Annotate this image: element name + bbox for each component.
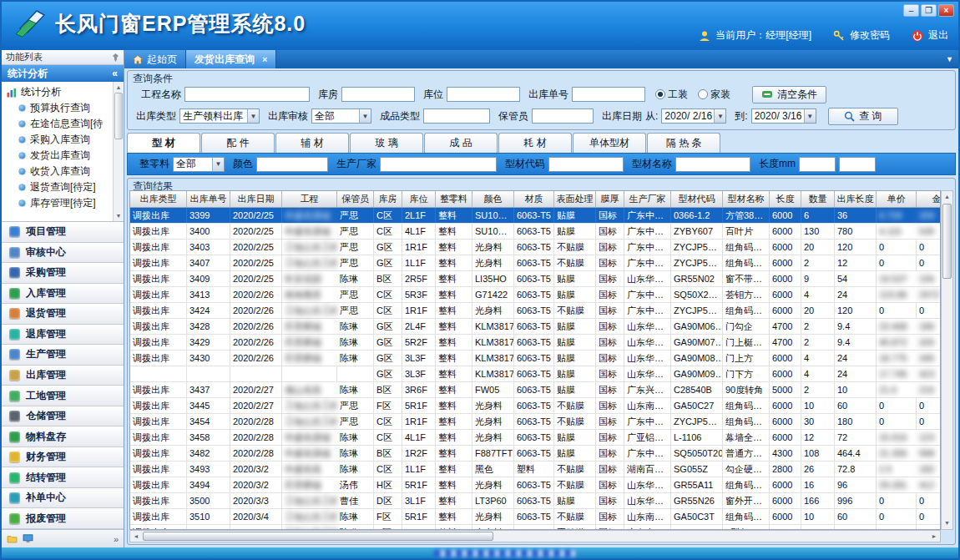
column-header[interactable]: 数量 — [801, 191, 835, 207]
table-row[interactable]: 调拨出库34032020/2/25工地公共工程严思G区1R1F整料光身料6063… — [130, 240, 941, 255]
radio-jiazhuang[interactable] — [698, 89, 708, 99]
column-header[interactable]: 出库日期 — [230, 191, 282, 207]
material-tab[interactable]: 辅 材 — [275, 133, 349, 153]
table-row[interactable]: 调拨出库34542020/2/28工地公共工程严思C区1R1F整料光身料6063… — [130, 414, 941, 430]
tab-shipment-outbound-query[interactable]: 发货出库查询 × — [186, 50, 276, 68]
table-row[interactable]: 调拨出库35002020/3/3工地公共工程曹佳D区3L1F整料LT3P6060… — [130, 493, 941, 509]
sidebar-menu-item[interactable]: 采购管理 — [2, 263, 124, 284]
table-row[interactable]: 调拨出库33992020/2/25华盛名源城严思C区2L1F整料SU10…606… — [130, 208, 941, 224]
change-password-link[interactable]: 修改密码 — [850, 28, 890, 43]
logout-link[interactable]: 退出 — [928, 28, 948, 43]
sidebar-menu-item[interactable]: 退库管理 — [2, 325, 124, 346]
sidebar-menu-item[interactable]: 工地管理 — [2, 386, 124, 406]
column-header[interactable]: 出库类型 — [130, 191, 187, 207]
table-row[interactable]: 调拨出库34932020/3/2华盛名苑陈琳C区1L1F整料黑色塑料不贴膜国标湖… — [130, 462, 941, 477]
length-max-input[interactable] — [839, 157, 876, 172]
profile-name-input[interactable] — [675, 157, 750, 172]
pin-icon[interactable] — [112, 53, 119, 62]
order-no-input[interactable] — [572, 87, 645, 102]
material-tab[interactable]: 隔 热 条 — [647, 133, 720, 153]
table-row[interactable]: 调拨出库34372020/2/27佛山名苑陈琳B区3R6F整料FW056063-… — [130, 382, 941, 398]
search-button[interactable]: 查 询 — [828, 108, 898, 125]
folder-icon[interactable] — [7, 534, 18, 543]
table-row[interactable]: 调拨出库34072020/2/25工地公共工程严思G区1L1F整料光身料6063… — [130, 255, 941, 271]
profile-code-input[interactable] — [548, 157, 624, 172]
column-header[interactable]: 库房 — [374, 191, 402, 207]
table-row[interactable]: 调拨出库34092020/2/25长安花园陈琳B区2R5F整料LI35HO606… — [130, 271, 941, 287]
tree-item[interactable]: 预算执行查询 — [7, 100, 124, 116]
column-header[interactable]: 表面处理 — [554, 191, 596, 207]
sidebar-menu-item[interactable]: 项目管理 — [2, 222, 124, 243]
column-header[interactable]: 型材名称 — [723, 191, 770, 207]
tree-root[interactable]: 统计分析 — [7, 84, 124, 100]
table-row[interactable]: 调拨出库34452020/2/27工地公共工程严思F区5R1F整料光身料6063… — [130, 398, 941, 414]
overflow-chevron-icon[interactable]: » — [114, 534, 119, 544]
column-header[interactable]: 颜色 — [472, 191, 514, 207]
length-min-input[interactable] — [799, 157, 836, 172]
tree-item[interactable]: 收货入库查询 — [7, 164, 124, 179]
computer-icon[interactable] — [23, 534, 33, 543]
sidebar-menu-item[interactable]: 仓储管理 — [2, 406, 124, 427]
tree-item[interactable]: 发货出库查询 — [7, 148, 124, 164]
v-scroll-thumb[interactable] — [942, 204, 952, 279]
tree-scroll-thumb[interactable] — [114, 93, 123, 139]
h-scroll-thumb[interactable] — [143, 532, 493, 541]
table-row[interactable]: 调拨出库34132020/2/26南海雅居严思C区5R3F整料G71422606… — [130, 287, 941, 303]
tree-scrollbar[interactable]: ▲ ▼ — [113, 82, 124, 221]
table-row[interactable]: 调拨出库35102020/3/4工地公共工程陈琳F区5R1F整料光身料6063-… — [130, 509, 941, 525]
column-header[interactable]: 整零料 — [436, 191, 472, 207]
sidebar-menu-item[interactable]: 入库管理 — [2, 284, 124, 305]
tree-item[interactable]: 库存管理[待定] — [7, 195, 124, 211]
horizontal-scrollbar[interactable]: ◄► — [129, 530, 941, 542]
column-header[interactable]: 长度 — [770, 191, 801, 207]
sidebar-menu-item[interactable]: 退货管理 — [2, 304, 124, 325]
material-tab[interactable]: 配 件 — [201, 133, 275, 153]
table-row[interactable]: 调拨出库34302020/2/26石景辉城陈琳G区3L3F整料KLM381760… — [130, 351, 941, 366]
column-header[interactable]: 出库长度 — [835, 191, 877, 207]
maker-input[interactable] — [380, 157, 497, 172]
column-header[interactable]: 保管员 — [337, 191, 374, 207]
column-header[interactable]: 单价 — [877, 191, 917, 207]
column-header[interactable]: 金额 — [917, 191, 941, 207]
tree-item[interactable]: 在途信息查询[待 — [7, 116, 124, 132]
minimize-button[interactable]: – — [903, 4, 919, 17]
location-input[interactable] — [447, 87, 520, 102]
tree-item[interactable]: 退货查询[待定] — [7, 179, 124, 195]
sidebar-menu-item[interactable]: 生产管理 — [2, 345, 124, 366]
material-tab[interactable]: 耗 材 — [498, 133, 572, 153]
column-header[interactable]: 出库单号 — [187, 191, 230, 207]
table-row[interactable]: 调拨出库34942020/3/2石景辉城汤伟H区5R1F整料光身料6063-T5… — [130, 477, 941, 493]
sidebar-menu-item[interactable]: 财务管理 — [2, 447, 124, 468]
warehouse-input[interactable] — [341, 87, 415, 102]
table-row[interactable]: 调拨出库34282020/2/26石景辉城陈琳G区2L4F整料KLM381760… — [130, 319, 941, 335]
column-header[interactable]: 工程 — [282, 191, 337, 207]
column-header[interactable]: 生产厂家 — [624, 191, 671, 207]
table-row[interactable]: 调拨出库34292020/2/26石景辉城陈琳G区5R2F整料KLM381760… — [130, 335, 941, 351]
column-header[interactable]: 膜厚 — [596, 191, 624, 207]
material-tab[interactable]: 成 品 — [424, 133, 498, 153]
vertical-scrollbar[interactable]: ▲▼ — [941, 190, 953, 530]
table-row[interactable]: G区3L3F整料KLM38176063-T5贴膜国标山东华…GA90M09…门下… — [130, 366, 941, 382]
tree-item[interactable]: 采购入库查询 — [7, 132, 124, 148]
date-from-picker[interactable]: 2020/ 2/16▼ — [661, 108, 726, 124]
sidebar-menu-item[interactable]: 结转管理 — [2, 467, 124, 488]
table-row[interactable]: 调拨出库34002020/2/25华盛名源城严思C区4L1F整料SU10…606… — [130, 224, 941, 240]
sidebar-menu-item[interactable]: 审核中心 — [2, 243, 124, 264]
sidebar-menu-item[interactable]: 报废管理 — [2, 508, 124, 529]
sidebar-menu-item[interactable]: 出库管理 — [2, 366, 124, 386]
close-button[interactable]: × — [938, 4, 954, 17]
column-header[interactable]: 型材代码 — [671, 191, 723, 207]
out-type-combo[interactable]: 生产领料出库▼ — [179, 108, 260, 124]
audit-combo[interactable]: 全部▼ — [311, 108, 371, 124]
material-tab[interactable]: 单体型材 — [573, 133, 646, 153]
column-header[interactable]: 材质 — [514, 191, 554, 207]
table-row[interactable]: 调拨出库34242020/2/26工地公共工程严思C区1R1F整料光身料6063… — [130, 303, 941, 319]
table-row[interactable]: 调拨出库34582020/2/28华盛名源城陈琳C区4L1F整料光身料6063-… — [130, 430, 941, 446]
collapse-icon[interactable]: « — [112, 68, 118, 79]
radio-gongzhuang[interactable] — [655, 89, 665, 99]
maximize-button[interactable]: ❐ — [921, 4, 937, 17]
column-header[interactable]: 库位 — [402, 191, 436, 207]
color-input[interactable] — [256, 157, 328, 172]
keeper-input[interactable] — [532, 108, 594, 124]
project-name-input[interactable] — [184, 87, 310, 102]
